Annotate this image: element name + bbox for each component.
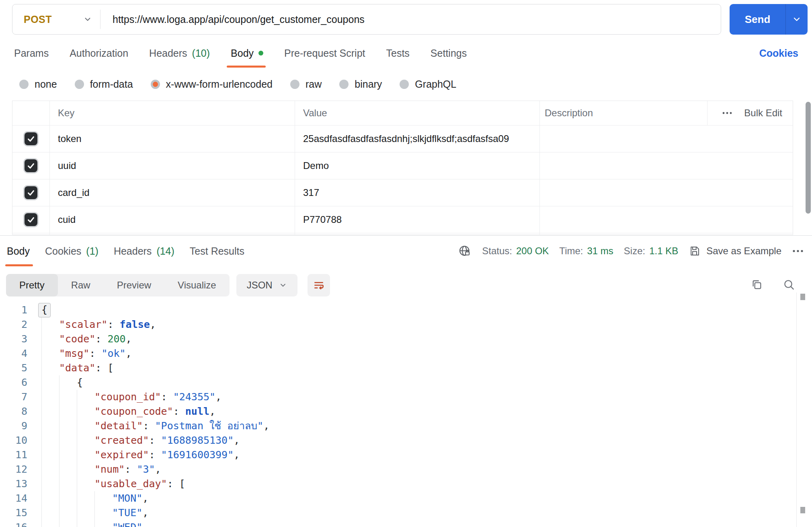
table-header-row: Key Value Description Bulk Edit [12, 101, 793, 126]
row-key-cell[interactable]: card_id [50, 179, 295, 206]
radio-icon [75, 80, 84, 89]
response-more-options-icon[interactable] [792, 249, 804, 253]
unsaved-changes-dot-icon [258, 51, 263, 56]
body-type-graphql[interactable]: GraphQL [400, 78, 456, 90]
indent-guide [77, 433, 94, 448]
more-options-icon[interactable] [722, 111, 733, 115]
send-options-chevron-icon[interactable] [786, 14, 808, 24]
row-checkbox[interactable] [25, 186, 37, 199]
code-line-content: { [27, 375, 83, 390]
line-number: 9 [0, 419, 27, 433]
row-value-cell[interactable]: P770788 [295, 206, 540, 233]
radio-icon [151, 80, 160, 89]
wrap-text-icon [312, 279, 325, 292]
row-description-cell[interactable] [540, 152, 793, 179]
row-checkbox[interactable] [25, 213, 37, 226]
row-checkbox[interactable] [25, 132, 37, 145]
line-number: 15 [0, 506, 27, 520]
bulk-edit-button[interactable]: Bulk Edit [744, 107, 782, 119]
table-actions: Bulk Edit [707, 101, 793, 125]
copy-icon[interactable] [750, 278, 763, 291]
indent-guide [41, 491, 59, 506]
row-key-cell[interactable]: uuid [50, 152, 295, 179]
tab-tests[interactable]: Tests [386, 39, 410, 68]
code-token: "num" [94, 462, 125, 477]
row-description-cell[interactable] [540, 126, 793, 152]
line-number: 7 [0, 390, 27, 404]
url-input[interactable]: https://www.loga.app/api/coupon/get_cust… [113, 14, 365, 25]
code-line: 2"scalar": false, [0, 317, 796, 332]
search-icon[interactable] [783, 278, 796, 291]
code-token: : [149, 448, 161, 462]
body-type-raw[interactable]: raw [290, 78, 322, 90]
tab-label: Headers [149, 47, 187, 59]
tab-settings[interactable]: Settings [431, 39, 467, 68]
checkmark-icon [27, 188, 35, 197]
code-token: : [161, 390, 173, 404]
tab-authorization[interactable]: Authorization [70, 39, 128, 68]
row-key-cell[interactable]: token [50, 126, 295, 152]
code-token: "data" [59, 361, 95, 375]
method-label: POST [24, 14, 52, 25]
checkmark-icon [27, 161, 35, 170]
indent-guide [41, 317, 59, 332]
response-tab-body[interactable]: Body [7, 236, 30, 266]
row-description-cell[interactable] [540, 179, 793, 206]
divider [100, 10, 100, 29]
code-token: : [125, 462, 137, 477]
method-selector[interactable]: POST [12, 4, 100, 34]
code-scrollbar[interactable] [796, 292, 812, 527]
row-description-cell[interactable] [540, 206, 793, 233]
body-type-none[interactable]: none [19, 78, 57, 90]
code-line: 1{ [0, 303, 796, 317]
code-token: "detail" [94, 419, 143, 433]
row-value-cell[interactable]: Demo [295, 152, 540, 179]
row-checkbox-cell [12, 206, 50, 233]
format-selector[interactable]: JSON [236, 274, 297, 296]
row-checkbox-cell [12, 126, 50, 152]
row-key-cell[interactable]: cuid [50, 206, 295, 233]
tab-params[interactable]: Params [14, 39, 49, 68]
tab-body[interactable]: Body [231, 39, 263, 68]
page-scrollbar-thumb[interactable] [806, 102, 811, 214]
body-type-options: noneform-datax-www-form-urlencodedrawbin… [19, 75, 456, 93]
code-token: , [126, 346, 132, 361]
indent-guide [77, 419, 94, 433]
view-tab-preview[interactable]: Preview [104, 274, 164, 296]
body-type-x-www-form-urlencoded[interactable]: x-www-form-urlencoded [151, 78, 273, 90]
save-as-example-button[interactable]: Save as Example [689, 245, 781, 257]
response-tab-headers[interactable]: Headers(14) [114, 236, 174, 266]
row-value-cell[interactable]: 317 [295, 179, 540, 206]
response-body-code[interactable]: 1{2"scalar": false,3"code": 200,4"msg": … [0, 300, 796, 527]
response-tab-test-results[interactable]: Test Results [190, 236, 244, 266]
key-column-header: Key [50, 101, 295, 125]
row-value-cell[interactable]: 25asdfasdfasdfasfasdnhj;slkjdflksdf;asdf… [295, 126, 540, 152]
url-bar: POST https://www.loga.app/api/coupon/get… [12, 4, 721, 35]
tab-headers[interactable]: Headers(10) [149, 39, 210, 68]
response-tab-cookies[interactable]: Cookies(1) [45, 236, 98, 266]
indent-guide [59, 404, 77, 419]
code-line: 5"data": [ [0, 361, 796, 375]
response-tab-label: Body [7, 245, 30, 257]
send-button[interactable]: Send [730, 4, 808, 35]
row-checkbox[interactable] [25, 159, 37, 172]
code-line-content: "usable_day": [ [27, 477, 185, 491]
code-token: null [185, 404, 209, 419]
code-line: 12"num": "3", [0, 462, 796, 477]
code-line: 16"WED", [0, 520, 796, 527]
view-tab-pretty[interactable]: Pretty [6, 274, 58, 296]
code-token: "scalar" [59, 317, 107, 332]
time-value: 31 ms [587, 245, 613, 257]
view-tab-visualize[interactable]: Visualize [164, 274, 230, 296]
view-tab-raw[interactable]: Raw [58, 274, 104, 296]
body-type-binary[interactable]: binary [339, 78, 382, 90]
chevron-down-icon [279, 281, 287, 289]
wrap-text-button[interactable] [308, 274, 330, 296]
code-scrollbar-thumb[interactable] [800, 294, 805, 300]
indent-guide [59, 477, 77, 491]
cookies-link[interactable]: Cookies [759, 39, 798, 68]
code-line-content: "data": [ [27, 361, 113, 375]
line-number: 6 [0, 375, 27, 390]
body-type-form-data[interactable]: form-data [75, 78, 133, 90]
tab-pre-request-script[interactable]: Pre-request Script [284, 39, 365, 68]
